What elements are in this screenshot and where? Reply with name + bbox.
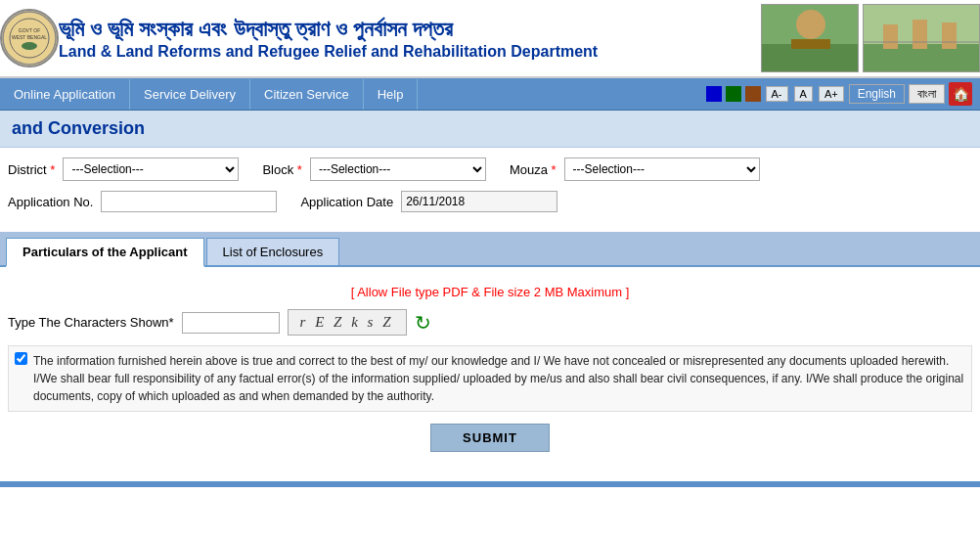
- appno-label: Application No.: [8, 195, 93, 209]
- submit-button[interactable]: SUBMIT: [430, 424, 550, 452]
- home-button[interactable]: 🏠: [949, 82, 972, 106]
- district-label: District *: [8, 162, 55, 177]
- content-area: [ Allow File type PDF & File size 2 MB M…: [0, 267, 980, 473]
- declaration-checkbox[interactable]: [15, 352, 27, 365]
- mouza-required: *: [552, 162, 557, 177]
- lang-bengali-button[interactable]: বাংলা: [909, 84, 945, 104]
- nav-online-application[interactable]: Online Application: [0, 79, 130, 110]
- declaration-row: The information furnished herein above i…: [8, 345, 972, 412]
- lang-english-button[interactable]: English: [849, 84, 905, 104]
- logo: GOVT OF WEST BENGAL: [0, 9, 59, 67]
- appdate-label: Application Date: [300, 195, 393, 209]
- svg-rect-12: [913, 20, 927, 49]
- location-row: District * ---Selection--- Block * ---Se…: [8, 157, 972, 181]
- mouza-select[interactable]: ---Selection---: [564, 157, 760, 181]
- district-select[interactable]: ---Selection---: [63, 157, 239, 181]
- navbar: Online Application Service Delivery Citi…: [0, 78, 980, 111]
- submit-row: SUBMIT: [8, 424, 972, 452]
- page-title: and Conversion: [12, 118, 145, 138]
- tab-enclosures[interactable]: List of Enclosures: [206, 238, 340, 265]
- header: GOVT OF WEST BENGAL ভূমি ও ভূমি সংস্কার …: [0, 0, 980, 78]
- svg-point-7: [796, 10, 825, 39]
- svg-rect-11: [883, 24, 898, 49]
- district-required: *: [50, 162, 55, 177]
- header-text: ভূমি ও ভূমি সংস্কার এবং উদ্বাস্তু ত্রাণ …: [59, 16, 761, 62]
- captcha-refresh-button[interactable]: ↻: [415, 311, 431, 335]
- color-swatch-green[interactable]: [726, 86, 741, 102]
- captcha-label: Type The Characters Shown*: [8, 315, 174, 330]
- tab-particulars[interactable]: Particulars of the Applicant: [6, 238, 204, 267]
- svg-rect-13: [942, 22, 957, 49]
- font-decrease-button[interactable]: A-: [766, 86, 788, 102]
- svg-point-4: [22, 42, 37, 50]
- nav-citizen-service[interactable]: Citizen Service: [250, 79, 364, 110]
- page-title-bar: and Conversion: [0, 111, 980, 148]
- captcha-row: Type The Characters Shown* r E Z k s Z ↻: [8, 309, 972, 336]
- application-row: Application No. Application Date: [8, 191, 972, 212]
- file-alert: [ Allow File type PDF & File size 2 MB M…: [8, 285, 972, 299]
- declaration-text: The information furnished herein above i…: [33, 352, 965, 405]
- captcha-image: r E Z k s Z: [288, 309, 407, 336]
- navbar-links: Online Application Service Delivery Citi…: [0, 79, 698, 110]
- font-normal-button[interactable]: A: [794, 86, 813, 102]
- block-label: Block *: [262, 162, 301, 177]
- header-english-title: Land & Land Reforms and Refugee Relief a…: [59, 43, 761, 61]
- block-select[interactable]: ---Selection---: [310, 157, 486, 181]
- block-required: *: [297, 162, 302, 177]
- svg-text:GOVT OF: GOVT OF: [19, 27, 40, 33]
- header-image-1: [761, 4, 859, 72]
- appno-input[interactable]: [101, 191, 277, 212]
- svg-text:WEST BENGAL: WEST BENGAL: [12, 34, 47, 40]
- nav-service-delivery[interactable]: Service Delivery: [130, 79, 250, 110]
- color-swatch-blue[interactable]: [706, 86, 722, 102]
- mouza-label: Mouza *: [510, 162, 557, 177]
- header-images: [761, 4, 980, 72]
- captcha-input[interactable]: [182, 312, 280, 334]
- navbar-right: A- A A+ English বাংলা 🏠: [698, 78, 980, 110]
- header-image-2: [863, 4, 980, 72]
- color-swatch-brown[interactable]: [745, 86, 761, 102]
- svg-rect-8: [791, 39, 830, 49]
- nav-help[interactable]: Help: [364, 79, 419, 110]
- appdate-input[interactable]: [401, 191, 557, 212]
- form-area: District * ---Selection--- Block * ---Se…: [0, 148, 980, 232]
- header-bengali-title: ভূমি ও ভূমি সংস্কার এবং উদ্বাস্তু ত্রাণ …: [59, 16, 761, 44]
- tabs-bar: Particulars of the Applicant List of Enc…: [0, 232, 980, 267]
- font-increase-button[interactable]: A+: [819, 86, 844, 102]
- footer-bar: [0, 481, 980, 487]
